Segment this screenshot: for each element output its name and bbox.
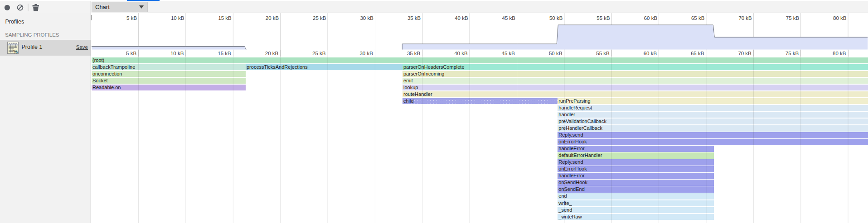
- svg-text:%: %: [14, 49, 18, 54]
